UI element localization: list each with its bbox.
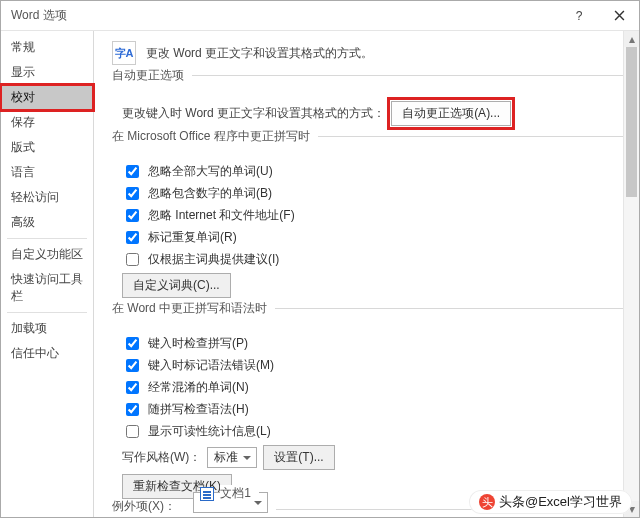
word-option-label: 显示可读性统计信息(L) <box>148 423 271 440</box>
close-icon <box>614 10 625 21</box>
word-option-row[interactable]: 显示可读性统计信息(L) <box>122 422 625 441</box>
word-option-row[interactable]: 随拼写检查语法(H) <box>122 400 625 419</box>
sidebar: 常规显示校对保存版式语言轻松访问高级自定义功能区快速访问工具栏加载项信任中心 <box>1 31 94 517</box>
sidebar-item-保存[interactable]: 保存 <box>1 110 93 135</box>
word-option-label: 键入时检查拼写(P) <box>148 335 248 352</box>
help-button[interactable]: ? <box>559 1 599 31</box>
sidebar-item-快速访问工具栏[interactable]: 快速访问工具栏 <box>1 267 93 309</box>
office-option-row[interactable]: 标记重复单词(R) <box>122 228 625 247</box>
autocorrect-desc: 更改键入时 Word 更正文字和设置其格式的方式： <box>122 105 385 122</box>
watermark-logo-icon: 头 <box>479 494 495 510</box>
exceptions-label: 例外项(X)： <box>112 499 184 513</box>
office-option-checkbox[interactable] <box>126 209 139 222</box>
sidebar-item-校对[interactable]: 校对 <box>1 85 93 110</box>
office-option-label: 标记重复单词(R) <box>148 229 237 246</box>
office-option-checkbox[interactable] <box>126 253 139 266</box>
section-office-spelling: 在 Microsoft Office 程序中更正拼写时 <box>112 136 625 154</box>
scroll-thumb[interactable] <box>626 47 637 197</box>
office-option-row[interactable]: 忽略包含数字的单词(B) <box>122 184 625 203</box>
header-icon: 字A <box>112 41 136 65</box>
word-option-checkbox[interactable] <box>126 381 139 394</box>
sidebar-item-语言[interactable]: 语言 <box>1 160 93 185</box>
sidebar-item-信任中心[interactable]: 信任中心 <box>1 341 93 366</box>
sidebar-item-自定义功能区[interactable]: 自定义功能区 <box>1 242 93 267</box>
sidebar-item-显示[interactable]: 显示 <box>1 60 93 85</box>
word-option-checkbox[interactable] <box>126 337 139 350</box>
sidebar-item-版式[interactable]: 版式 <box>1 135 93 160</box>
watermark: 头头条@Excel学习世界 <box>469 490 632 514</box>
office-option-row[interactable]: 忽略 Internet 和文件地址(F) <box>122 206 625 225</box>
custom-dictionary-button[interactable]: 自定义词典(C)... <box>122 273 231 298</box>
scroll-up-icon[interactable]: ▴ <box>624 31 639 47</box>
office-option-label: 忽略 Internet 和文件地址(F) <box>148 207 295 224</box>
writing-style-label: 写作风格(W)： <box>122 449 201 466</box>
autocorrect-options-button[interactable]: 自动更正选项(A)... <box>391 101 511 126</box>
office-option-checkbox[interactable] <box>126 187 139 200</box>
word-option-label: 随拼写检查语法(H) <box>148 401 249 418</box>
office-option-label: 仅根据主词典提供建议(I) <box>148 251 279 268</box>
office-option-checkbox[interactable] <box>126 165 139 178</box>
section-autocorrect: 自动更正选项 <box>112 75 625 93</box>
titlebar: Word 选项 ? <box>1 1 639 31</box>
settings-button[interactable]: 设置(T)... <box>263 445 334 470</box>
header-text: 更改 Word 更正文字和设置其格式的方式。 <box>146 45 373 62</box>
vertical-scrollbar[interactable]: ▴ ▾ <box>623 31 639 517</box>
sidebar-item-高级[interactable]: 高级 <box>1 210 93 235</box>
section-word-spelling: 在 Word 中更正拼写和语法时 <box>112 308 625 326</box>
document-icon <box>200 487 214 501</box>
office-option-label: 忽略包含数字的单词(B) <box>148 185 272 202</box>
word-option-checkbox[interactable] <box>126 403 139 416</box>
office-option-row[interactable]: 忽略全部大写的单词(U) <box>122 162 625 181</box>
close-button[interactable] <box>599 1 639 31</box>
exceptions-doc-select[interactable]: 文档1 <box>193 492 268 513</box>
word-option-row[interactable]: 键入时检查拼写(P) <box>122 334 625 353</box>
window-title: Word 选项 <box>11 7 559 24</box>
word-option-row[interactable]: 键入时标记语法错误(M) <box>122 356 625 375</box>
sidebar-item-轻松访问[interactable]: 轻松访问 <box>1 185 93 210</box>
word-option-label: 键入时标记语法错误(M) <box>148 357 274 374</box>
content-pane: 字A 更改 Word 更正文字和设置其格式的方式。 自动更正选项 更改键入时 W… <box>94 31 639 517</box>
sidebar-item-加载项[interactable]: 加载项 <box>1 316 93 341</box>
word-option-row[interactable]: 经常混淆的单词(N) <box>122 378 625 397</box>
word-option-label: 经常混淆的单词(N) <box>148 379 249 396</box>
word-option-checkbox[interactable] <box>126 425 139 438</box>
office-option-row[interactable]: 仅根据主词典提供建议(I) <box>122 250 625 269</box>
office-option-checkbox[interactable] <box>126 231 139 244</box>
writing-style-select[interactable]: 标准 <box>207 447 257 468</box>
office-option-label: 忽略全部大写的单词(U) <box>148 163 273 180</box>
sidebar-item-常规[interactable]: 常规 <box>1 35 93 60</box>
word-option-checkbox[interactable] <box>126 359 139 372</box>
